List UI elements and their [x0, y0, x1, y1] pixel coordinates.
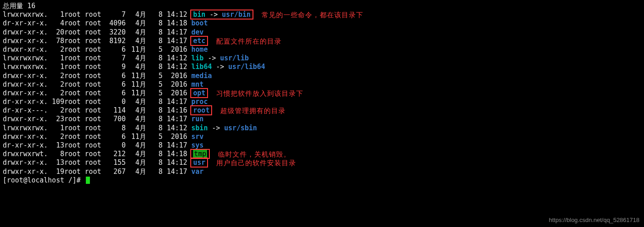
highlight-box: opt: [190, 88, 208, 98]
ls-row: lrwxrwxrwx.1 root root74月814:12bin -> us…: [3, 10, 641, 19]
time: 14:17: [163, 37, 187, 45]
symlink-arrow: ->: [208, 124, 224, 132]
month: 4月: [126, 37, 146, 45]
permissions: drwxr-xr-x.: [3, 45, 48, 54]
owner: root: [64, 54, 84, 63]
month: 11月: [126, 80, 146, 89]
month: 4月: [126, 10, 146, 19]
time: 14:12: [163, 124, 187, 133]
ls-row: drwxr-xr-x.2 root root611月52016srv: [3, 133, 641, 141]
time: 14:17: [163, 98, 187, 106]
annotation-text: 超级管理拥有的目录: [220, 106, 286, 115]
link-count: 8: [48, 150, 64, 158]
symlink-target: usr/lib: [220, 54, 249, 62]
ls-row: drwxr-xr-x.2 root root611月52016home: [3, 45, 641, 54]
file-name: run: [191, 115, 203, 123]
size: 4096: [105, 19, 126, 28]
day: 8: [146, 124, 163, 133]
day: 8: [146, 63, 163, 71]
day: 5: [146, 133, 163, 141]
owner: root: [64, 150, 84, 158]
ls-row: lrwxrwxrwx.1 root root74月814:12lib -> us…: [3, 54, 641, 63]
permissions: dr-xr-xr-x.: [3, 141, 48, 150]
permissions: lrwxrwxrwx.: [3, 63, 48, 71]
file-name-wrap: etc: [191, 37, 208, 45]
day: 8: [146, 115, 163, 123]
link-count: 109: [48, 98, 64, 106]
ls-row: drwxr-xr-x.20 root root32204月814:17dev: [3, 28, 641, 37]
ls-row: dr-xr-x---.2 root root1144月814:16root超级管…: [3, 106, 641, 115]
file-name: etc: [193, 37, 205, 45]
link-count: 2: [48, 89, 64, 98]
group: root: [85, 124, 105, 133]
size: 267: [105, 168, 126, 176]
group: root: [85, 168, 105, 176]
time: 2016: [163, 89, 187, 98]
month: 4月: [126, 168, 146, 176]
ls-row: drwxr-xr-x.2 root root611月52016opt习惯把软件放…: [3, 89, 641, 98]
highlight-box: etc: [190, 36, 208, 46]
owner: root: [64, 89, 84, 98]
permissions: drwxr-xr-x.: [3, 80, 48, 89]
link-count: 13: [48, 158, 64, 167]
permissions: drwxr-xr-x.: [3, 168, 48, 176]
cursor-block: [86, 177, 90, 184]
ls-row: drwxr-xr-x.23 root root7004月814:17run: [3, 115, 641, 123]
ls-row: drwxr-xr-x.2 root root611月52016media: [3, 72, 641, 80]
owner: root: [64, 168, 84, 176]
month: 4月: [126, 115, 146, 123]
file-name: opt: [193, 89, 205, 98]
month: 4月: [126, 54, 146, 63]
permissions: drwxr-xr-x.: [3, 37, 48, 45]
file-name-wrap: mnt: [191, 80, 203, 89]
size: 8: [105, 124, 126, 133]
time: 14:12: [163, 63, 187, 71]
day: 5: [146, 72, 163, 80]
size: 114: [105, 106, 126, 115]
link-count: 1: [48, 54, 64, 63]
total-line: 总用量 16: [3, 2, 641, 10]
day: 8: [146, 28, 163, 37]
month: 4月: [126, 124, 146, 133]
permissions: dr-xr-xr-x.: [3, 98, 48, 106]
link-count: 2: [48, 106, 64, 115]
time: 14:17: [163, 115, 187, 123]
month: 4月: [126, 98, 146, 106]
group: root: [85, 150, 105, 158]
file-name-wrap: boot: [191, 19, 208, 28]
ls-row: dr-xr-xr-x.13 root root04月814:17sys: [3, 141, 641, 150]
time: 14:12: [163, 54, 187, 63]
time: 2016: [163, 45, 187, 54]
day: 8: [146, 98, 163, 106]
link-count: 2: [48, 80, 64, 89]
link-count: 2: [48, 45, 64, 54]
prompt-line[interactable]: [root@localhost /]#: [3, 176, 641, 185]
permissions: drwxr-xr-x.: [3, 158, 48, 167]
size: 6: [105, 89, 126, 98]
month: 4月: [126, 141, 146, 150]
link-count: 4: [48, 19, 64, 28]
symlink-arrow: ->: [205, 10, 222, 19]
time: 14:17: [163, 28, 187, 37]
group: root: [85, 54, 105, 63]
annotation-text: 配置文件所在的目录: [216, 37, 282, 45]
month: 4月: [126, 158, 146, 167]
size: 155: [105, 158, 126, 167]
month: 4月: [126, 28, 146, 37]
watermark-text: https://blog.csdn.net/qq_52861718: [549, 217, 640, 224]
group: root: [85, 80, 105, 89]
link-count: 13: [48, 141, 64, 150]
time: 14:17: [163, 168, 187, 176]
permissions: drwxr-xr-x.: [3, 115, 48, 123]
group: root: [85, 158, 105, 167]
day: 5: [146, 80, 163, 89]
size: 0: [105, 98, 126, 106]
time: 2016: [163, 133, 187, 141]
owner: root: [64, 10, 84, 19]
file-name-wrap: dev: [191, 28, 203, 37]
day: 8: [146, 150, 163, 158]
file-name-wrap: bin -> usr/bin: [191, 10, 253, 19]
file-name: lib: [191, 54, 203, 63]
owner: root: [64, 63, 84, 71]
file-name: home: [191, 45, 208, 54]
